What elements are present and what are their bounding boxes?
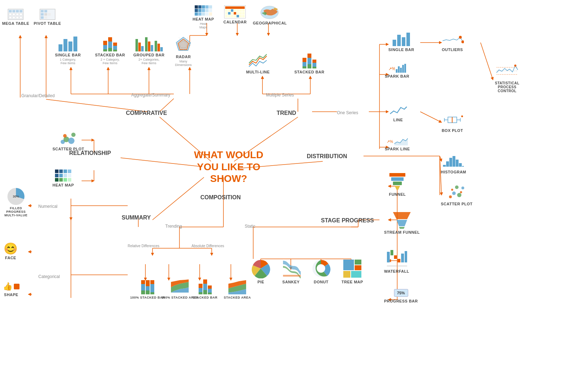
geographical-icon [260, 5, 279, 20]
granular-label: Granular/Detailed [21, 92, 55, 99]
multi-line-node: MULTI-LINE [246, 52, 270, 74]
pie-node: PIE [251, 259, 271, 284]
svg-point-136 [317, 264, 325, 273]
stacked-area-comp-node: STACKED AREA [224, 278, 251, 299]
scatter-plot-icon [59, 129, 78, 145]
grouped-bar-icon [135, 35, 163, 51]
svg-rect-125 [398, 259, 400, 262]
stacked-bar-sublabel: 2 + Category,Few Items [101, 58, 120, 65]
scatter-plot-label: SCATTER PLOT [52, 147, 84, 151]
svg-marker-120 [396, 220, 407, 226]
shape-node: 👍 SHAPE [3, 282, 20, 297]
radar-icon [174, 35, 192, 53]
svg-point-118 [455, 185, 459, 189]
single-bar-node: SINGLE BAR 1 Category,Few Items [55, 35, 81, 65]
face-label: FACE [5, 256, 16, 260]
svg-point-114 [451, 189, 453, 191]
pivot-table-node: PIVOT TABLE [34, 9, 61, 26]
shape-label: SHAPE [4, 293, 18, 297]
svg-point-112 [449, 195, 452, 198]
stacked-bar-comp-node: STACKED BAR [193, 278, 217, 299]
tree-map-label: TREE MAP [342, 280, 363, 284]
tree-map-icon [343, 259, 362, 278]
single-bar-label: SINGLE BAR [55, 53, 81, 57]
absolute-diff-label: Absolute Differences [192, 242, 224, 249]
radar-sublabel: ManyDimensions [175, 60, 192, 67]
radar-label: RADAR [176, 55, 191, 59]
line-label: LINE [393, 118, 403, 122]
numerical-label: Numerical [38, 203, 57, 209]
spc-label: STATISTICAL PROCESS CONTROL [489, 81, 525, 93]
stacked-bar-comp-icon [199, 278, 212, 294]
stacked-bar-top-label: STACKED BAR [294, 70, 324, 74]
stream-funnel-label: STREAM FUNNEL [384, 230, 420, 234]
stacked-bar-label: STACKED BAR [95, 53, 125, 57]
stacked-bar-top-icon [303, 52, 316, 68]
waterfall-node: WATERFALL [384, 248, 409, 273]
svg-rect-109 [391, 177, 404, 181]
stacked-bar-100-node: 100% STACKED BAR [130, 278, 165, 299]
calendar-label: CALENDAR [223, 20, 247, 24]
svg-point-113 [452, 191, 456, 195]
stage-progress-label: STAGE PROGRESS [321, 217, 374, 224]
donut-icon [311, 259, 331, 278]
svg-rect-108 [389, 173, 405, 177]
svg-rect-100 [443, 165, 446, 167]
svg-point-132 [68, 138, 74, 144]
composition-label: COMPOSITION [200, 194, 241, 201]
scatter-plot-right-icon [447, 184, 466, 200]
svg-rect-123 [390, 250, 393, 255]
multi-line-label: MULTI-LINE [246, 70, 270, 74]
mega-table-label: MEGA TABLE [2, 21, 29, 26]
connector-lines [0, 0, 588, 372]
tree-map-node: TREE MAP [342, 259, 363, 284]
geographical-label: GEOGRAPHICAL [253, 21, 287, 25]
trend-label: TREND [277, 110, 296, 116]
spark-line-label: SPARK LINE [385, 147, 410, 151]
svg-rect-106 [462, 166, 464, 167]
single-bar-icon [59, 35, 77, 51]
geographical-node: GEOGRAPHICAL [253, 5, 287, 25]
single-bar-sublabel: 1 Category,Few Items [60, 58, 76, 65]
svg-point-92 [514, 65, 516, 67]
filled-progress-node: 30% FILLED PROGRESS MULTI-VALUE [2, 188, 30, 217]
stacked-area-comp-icon [228, 278, 246, 294]
spc-node: STATISTICAL PROCESS CONTROL [489, 62, 525, 93]
svg-point-133 [71, 133, 76, 137]
histogram-icon [442, 152, 465, 168]
svg-rect-124 [394, 255, 397, 259]
scatter-plot-node: SCATTER PLOT [52, 129, 84, 151]
svg-rect-110 [393, 182, 402, 185]
filled-progress-icon: 30% [7, 188, 24, 205]
line-node: LINE [388, 104, 408, 122]
svg-marker-111 [395, 186, 400, 190]
single-bar-right-label: SINGLE BAR [388, 48, 414, 52]
multi-line-icon [247, 52, 268, 68]
grouped-bar-label: GROUPED BAR [133, 53, 165, 57]
svg-point-117 [460, 191, 462, 193]
single-bar-right-node: SINGLE BAR [388, 32, 414, 52]
donut-node: DONUT [311, 259, 331, 284]
mega-table-node: MEGA TABLE [2, 9, 29, 26]
relative-diff-label: Relative Differences [128, 242, 159, 249]
svg-rect-102 [449, 158, 452, 167]
heat-map-left-node: HEAT MAP [52, 170, 74, 187]
sankey-icon [281, 259, 301, 278]
spark-bar-node: ↗% SPARK BAR [385, 64, 409, 78]
progress-bar-icon: 75% [394, 289, 408, 297]
stacked-bar-top-node: STACKED BAR [294, 52, 324, 74]
scatter-plot-right-node: SCATTER PLOT [441, 184, 473, 206]
static-label: Static [245, 223, 255, 229]
aggregate-label: Aggregate/Summary [131, 91, 170, 98]
stacked-bar-icon [103, 35, 117, 51]
svg-rect-103 [453, 156, 455, 167]
svg-point-88 [461, 40, 464, 43]
stream-funnel-icon [391, 209, 412, 229]
stacked-bar-node: STACKED BAR 2 + Category,Few Items [95, 35, 125, 65]
comparative-label: COMPARATIVE [126, 110, 167, 116]
radar-node: RADAR ManyDimensions [174, 35, 192, 67]
heat-map-left-icon [55, 170, 71, 182]
pie-icon [251, 259, 271, 278]
sankey-label: SANKEY [282, 280, 300, 284]
funnel-node: FUNNEL [388, 171, 407, 196]
